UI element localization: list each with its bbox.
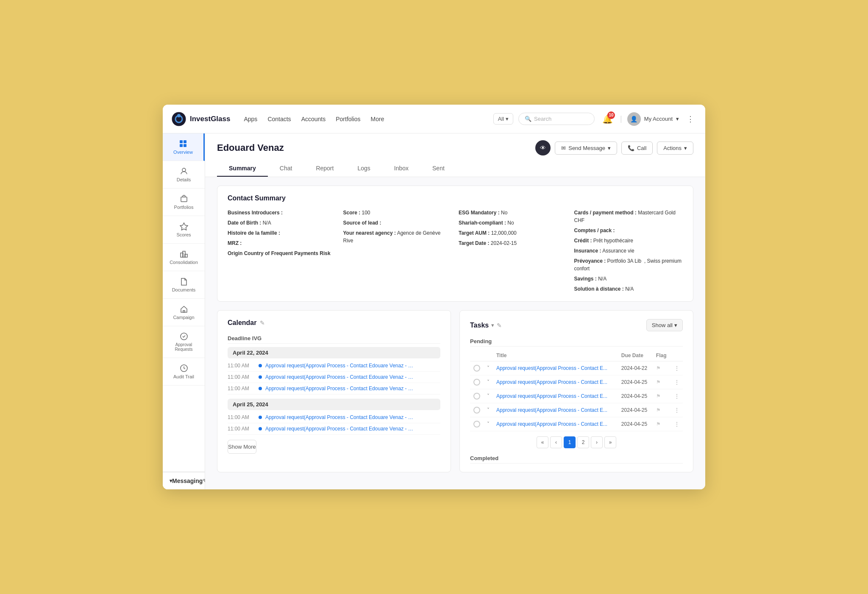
task-more-icon[interactable]: ⋮ [671,375,683,389]
calendar-edit-icon[interactable]: ✎ [260,319,265,326]
summary-row: Cards / payment method : Mastercard Gold… [574,209,683,224]
pagination-page-2[interactable]: 2 [577,436,589,448]
page-header: Edouard Venaz 👁 ✉ Send Message ▾ 📞 Cal [205,133,705,177]
event-text[interactable]: Approval request(Approval Process - Cont… [265,374,414,380]
tab-sent[interactable]: Sent [420,161,456,177]
nav-accounts[interactable]: Accounts [301,116,326,122]
task-checkbox[interactable] [473,365,480,372]
tasks-header: Tasks ▾ ✎ Show all ▾ [470,319,683,331]
notification-bell[interactable]: 🔔 10 [600,111,615,127]
sidebar-item-approval[interactable]: Approval Requests [163,326,205,358]
sidebar-item-scores[interactable]: Scores [163,216,205,244]
task-more-icon[interactable]: ⋮ [671,389,683,403]
tab-summary[interactable]: Summary [217,161,268,177]
sidebar-item-consolidation[interactable]: Consolidation [163,244,205,271]
sidebar-label-overview: Overview [173,150,193,155]
show-more-button[interactable]: Show More [228,440,256,454]
sidebar-item-documents[interactable]: Documents [163,271,205,299]
summary-row: Crédit : Prêt hypothécaire [574,237,683,244]
tab-logs[interactable]: Logs [345,161,382,177]
logo-area[interactable]: InvestGlass [171,111,230,127]
task-checkbox[interactable] [473,379,480,386]
tab-chat[interactable]: Chat [268,161,304,177]
sidebar-item-overview[interactable]: Overview [163,133,205,161]
show-all-button[interactable]: Show all ▾ [646,319,683,331]
task-checkbox[interactable] [473,421,480,427]
pagination-first[interactable]: « [537,436,548,448]
all-label: All [498,116,504,122]
task-expand-icon[interactable]: ˅ [487,421,490,427]
sidebar-item-details[interactable]: Details [163,161,205,189]
task-expand-icon[interactable]: ˅ [487,379,490,385]
task-title[interactable]: Approval request(Approval Process - Cont… [496,407,607,413]
pagination-prev[interactable]: ‹ [550,436,562,448]
summary-row: Histoire de la famille : [228,229,337,237]
pagination-next[interactable]: › [591,436,603,448]
audit-icon [180,364,188,372]
sidebar-item-portfolios[interactable]: Portfolios [163,189,205,216]
pagination-last[interactable]: » [604,436,616,448]
tab-report[interactable]: Report [304,161,345,177]
task-flag-icon[interactable]: ⚑ [653,375,671,389]
calendar-section-label: Deadline IVG [228,333,440,344]
more-options-icon[interactable]: ⋮ [684,114,697,124]
event-text[interactable]: Approval request(Approval Process - Cont… [265,426,414,432]
call-button[interactable]: 📞 Call [621,142,653,155]
task-title[interactable]: Approval request(Approval Process - Cont… [496,379,607,385]
nav-right: All ▾ 🔍 Search 🔔 10 | 👤 My Account ▾ ⋮ [493,111,697,127]
event-time: 11:00 AM [228,386,255,391]
task-more-icon[interactable]: ⋮ [671,361,683,375]
task-flag-icon[interactable]: ⚑ [653,361,671,375]
all-dropdown[interactable]: All ▾ [493,113,513,125]
task-row: ˅ Approval request(Approval Process - Co… [470,417,683,431]
tasks-dropdown-icon[interactable]: ▾ [491,322,494,328]
event-text[interactable]: Approval request(Approval Process - Cont… [265,386,414,391]
task-checkbox[interactable] [473,393,480,400]
tasks-title-group: Tasks ▾ ✎ [470,322,502,329]
send-message-button[interactable]: ✉ Send Message ▾ [555,142,617,155]
task-row: ˅ Approval request(Approval Process - Co… [470,375,683,389]
actions-button[interactable]: Actions ▾ [657,142,693,155]
eye-button[interactable]: 👁 [535,140,551,155]
nav-contacts[interactable]: Contacts [267,116,291,122]
task-more-icon[interactable]: ⋮ [671,403,683,417]
pagination-page-1[interactable]: 1 [564,436,576,448]
task-expand-icon[interactable]: ˅ [487,393,490,399]
summary-row: Shariah-compliant : No [459,219,568,227]
svg-point-2 [177,114,181,117]
tasks-table: Title Due Date Flag ˅ Appr [470,350,683,431]
sidebar-label-audit: Audit Trail [173,374,194,379]
nav-portfolios[interactable]: Portfolios [336,116,360,122]
task-expand-icon[interactable]: ˅ [487,365,490,371]
nav-apps[interactable]: Apps [244,116,257,122]
search-box[interactable]: 🔍 Search [518,113,595,125]
summary-row: Target AUM : 12,000,000 [459,229,568,237]
nav-more[interactable]: More [371,116,384,122]
summary-col-1: Business Introducers : Date of Birth : N… [228,209,337,293]
task-flag-icon[interactable]: ⚑ [653,389,671,403]
task-expand-icon[interactable]: ˅ [487,407,490,413]
task-checkbox[interactable] [473,407,480,414]
task-flag-icon[interactable]: ⚑ [653,417,671,431]
event-text[interactable]: Approval request(Approval Process - Cont… [265,363,414,369]
event-text[interactable]: Approval request(Approval Process - Cont… [265,414,414,420]
col-more [671,350,683,361]
tasks-edit-icon[interactable]: ✎ [497,322,502,329]
task-title[interactable]: Approval request(Approval Process - Cont… [496,393,607,399]
task-flag-icon[interactable]: ⚑ [653,403,671,417]
calendar-card: Calendar ✎ Deadline IVG April 22, 2024 1… [217,310,451,472]
scores-icon [180,222,188,230]
task-due-date: 2024-04-25 [618,375,653,389]
task-title[interactable]: Approval request(Approval Process - Cont… [496,365,607,371]
task-more-icon[interactable]: ⋮ [671,417,683,431]
account-area[interactable]: 👤 My Account ▾ [627,112,679,126]
sidebar-bottom: ▾ Messaging ✎ [163,472,205,489]
app-window: InvestGlass Apps Contacts Accounts Portf… [163,105,705,489]
tab-inbox[interactable]: Inbox [382,161,420,177]
task-title[interactable]: Approval request(Approval Process - Cont… [496,421,607,427]
sidebar-item-audit[interactable]: Audit Trail [163,358,205,386]
consolidation-icon [180,250,188,258]
sidebar-item-campaign[interactable]: Campaign [163,299,205,326]
search-placeholder: Search [534,116,551,122]
messaging-bar[interactable]: ▾ Messaging ✎ [163,472,205,489]
